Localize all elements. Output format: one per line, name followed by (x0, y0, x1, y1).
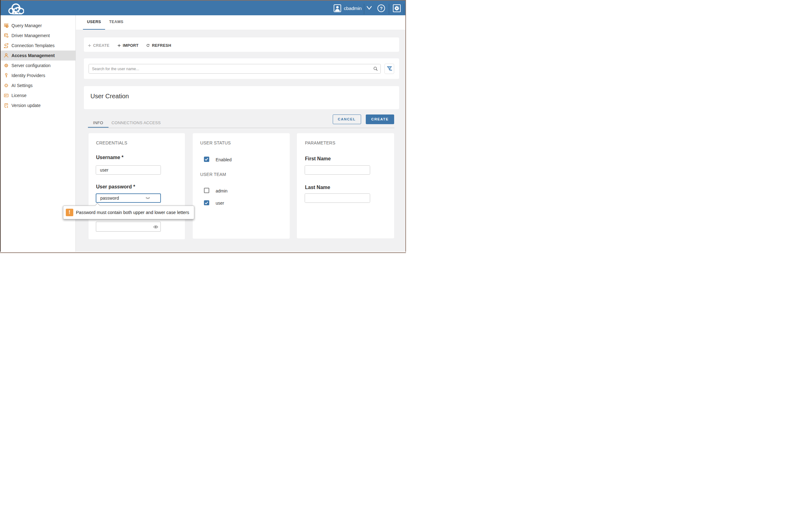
svg-text:?: ? (380, 5, 383, 11)
